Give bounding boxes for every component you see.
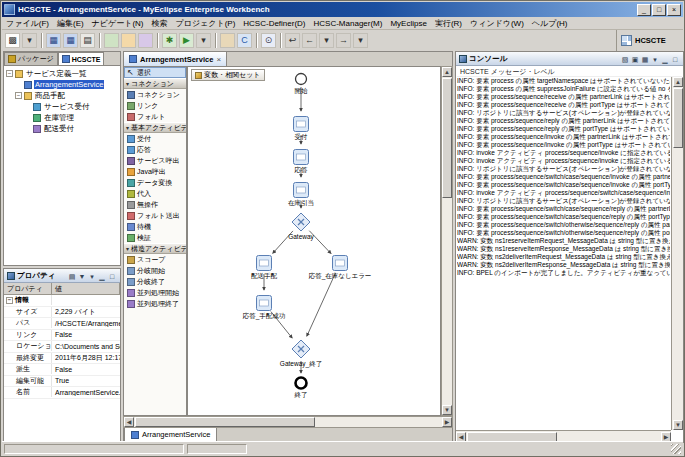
bottom-tab-arrangementservice[interactable]: ArrangementService — [124, 428, 217, 442]
palette-item[interactable]: Java呼出 — [124, 166, 186, 177]
maximize-panel-icon[interactable]: □ — [107, 271, 117, 281]
save-all-icon[interactable]: ▦ — [63, 33, 78, 48]
save-icon[interactable]: ▦ — [46, 33, 61, 48]
editor-horizontal-scrollbar[interactable]: ◀ ▶ — [123, 416, 453, 428]
sort-icon[interactable]: ▤ — [67, 271, 77, 281]
variables-correlation-button[interactable]: 変数・相関セット — [191, 69, 265, 81]
tab-package-explorer[interactable]: パッケージ — [4, 52, 58, 65]
maximize-button[interactable]: □ — [652, 4, 666, 16]
palette-item[interactable]: コネクション — [124, 89, 186, 100]
console-dropdown-icon[interactable]: ▾ — [650, 54, 660, 64]
maximize-panel-icon[interactable]: □ — [670, 54, 680, 64]
back-icon[interactable]: ← — [302, 33, 317, 48]
palette-item[interactable]: データ変換 — [124, 177, 186, 188]
run-icon[interactable]: ▶ — [179, 33, 194, 48]
print-icon[interactable]: ▤ — [80, 33, 95, 48]
palette-item[interactable]: 代入 — [124, 188, 186, 199]
bpel-canvas[interactable]: 変数・相関セット 開始受付応答在庫引当Gateway配送手配応答_在庫なしエラー… — [187, 66, 441, 416]
palette-select-tool[interactable]: ↖選択 — [124, 67, 186, 78]
palette-item[interactable]: 分岐開始 — [124, 265, 186, 276]
flow-connection[interactable] — [307, 273, 336, 336]
close-icon[interactable]: × — [216, 55, 221, 64]
scroll-left-icon[interactable]: ◀ — [124, 417, 134, 427]
filter-icon[interactable]: ▼ — [77, 271, 87, 281]
menu-item[interactable]: ウィンドウ(W) — [466, 18, 528, 29]
tree-item[interactable]: −商品手配 — [4, 90, 120, 101]
palette-item[interactable]: 分岐終了 — [124, 276, 186, 287]
tree-item[interactable]: 在庫管理 — [4, 112, 120, 123]
scrollbar-thumb[interactable] — [135, 417, 315, 427]
property-row[interactable]: サイズ2,229 バイト — [4, 307, 120, 319]
menu-item[interactable]: 実行(R) — [431, 18, 466, 29]
forward-icon[interactable]: → — [336, 33, 351, 48]
palette-section-header[interactable]: ▾コネクション — [124, 78, 186, 89]
palette-item[interactable]: 並列処理開始 — [124, 287, 186, 298]
tab-hcscte[interactable]: HCSCTE — [58, 52, 105, 65]
tree-item[interactable]: 配送受付 — [4, 123, 120, 134]
flow-node-start[interactable]: 開始 — [295, 74, 309, 96]
menu-item[interactable]: HCSC-Manager(M) — [310, 19, 387, 28]
palette-item[interactable]: リンク — [124, 100, 186, 111]
collapse-icon[interactable]: − — [6, 70, 13, 77]
palette-item[interactable]: 無操作 — [124, 199, 186, 210]
console-output[interactable]: INFO: 要素 process の属性 targetNamespace はサポ… — [457, 77, 670, 429]
new-project-icon[interactable] — [220, 33, 235, 48]
hcsc-deploy-icon[interactable] — [121, 33, 136, 48]
menu-item[interactable]: ファイル(F) — [2, 18, 53, 29]
last-edit-location-icon[interactable]: ↩ — [285, 33, 300, 48]
tree-item[interactable]: サービス受付 — [4, 101, 120, 112]
flow-node-end[interactable]: 終了 — [294, 378, 308, 399]
back-dropdown-icon[interactable]: ▾ — [319, 33, 334, 48]
debug-icon[interactable]: ✱ — [162, 33, 177, 48]
menu-item[interactable]: 検索 — [148, 18, 172, 29]
menu-item[interactable]: プロジェクト(P) — [172, 18, 240, 29]
minimize-panel-icon[interactable]: ▁ — [97, 271, 107, 281]
property-row[interactable]: 名前ArrangementService.wsdl — [4, 387, 120, 399]
flow-node-reply[interactable]: 応答 — [294, 150, 309, 175]
hcsc-validate-icon[interactable] — [138, 33, 153, 48]
perspective-hcscte-button[interactable]: HCSCTE — [635, 36, 666, 45]
scroll-down-icon[interactable]: ▼ — [442, 405, 452, 415]
scrollbar-thumb[interactable] — [442, 78, 452, 198]
flow-node-reply-nostock-error[interactable]: 応答_在庫なしエラー — [308, 256, 372, 281]
property-row[interactable]: ロケーションC:\Documents and Set... — [4, 341, 120, 353]
flow-node-allocate[interactable]: 在庫引当 — [288, 183, 314, 208]
menu-item[interactable]: ヘルプ(H) — [528, 18, 572, 29]
start-event-icon[interactable] — [296, 74, 307, 85]
console-tab[interactable]: コンソール — [469, 54, 507, 64]
palette-item[interactable]: 検証 — [124, 232, 186, 243]
palette-item[interactable]: スコープ — [124, 254, 186, 265]
external-tools-dropdown-icon[interactable]: ▾ — [196, 33, 211, 48]
palette-item[interactable]: サービス呼出 — [124, 155, 186, 166]
palette-item[interactable]: 並列処理終了 — [124, 298, 186, 309]
scroll-up-icon[interactable]: ▲ — [673, 77, 683, 87]
new-java-class-icon[interactable]: C — [237, 33, 252, 48]
properties-menu-icon[interactable]: ▾ — [87, 271, 97, 281]
menu-item[interactable]: 編集(E) — [53, 18, 88, 29]
tree-item[interactable]: ArrangementService — [4, 79, 120, 90]
menu-item[interactable]: HCSC-Definer(D) — [239, 19, 309, 28]
console-vertical-scrollbar[interactable]: ▲ ▼ — [671, 77, 683, 430]
collapse-icon[interactable]: − — [6, 297, 13, 304]
tree-item[interactable]: −サービス定義一覧 — [4, 68, 120, 79]
scroll-down-icon[interactable]: ▼ — [673, 420, 683, 430]
scroll-right-icon[interactable]: ▶ — [442, 417, 452, 427]
flow-node-gateway-end[interactable]: Gateway_終了 — [280, 340, 322, 368]
flow-node-receive[interactable]: 受付 — [294, 117, 309, 142]
property-row[interactable]: パス/HCSCTE/Arrangement... — [4, 318, 120, 330]
property-row[interactable]: 最終変更2011年6月28日 12:17:54 — [4, 353, 120, 365]
collapse-icon[interactable]: − — [15, 92, 22, 99]
flow-node-arrange-delivery[interactable]: 配送手配 — [251, 256, 278, 281]
menu-item[interactable]: MyEclipse — [386, 19, 430, 28]
search-icon[interactable]: ⊙ — [261, 33, 276, 48]
property-row[interactable]: リンクFalse — [4, 330, 120, 342]
palette-section-header[interactable]: ▾構造アクティビティ — [124, 243, 186, 254]
scrollbar-thumb[interactable] — [673, 88, 683, 148]
end-event-icon[interactable] — [296, 378, 307, 389]
clear-console-icon[interactable]: ▧ — [620, 54, 630, 64]
resize-grip-icon[interactable] — [671, 444, 681, 454]
new-wizard-icon[interactable]: ▩ — [5, 33, 20, 48]
hcsc-repository-icon[interactable] — [104, 33, 119, 48]
menu-item[interactable]: ナビゲート(N) — [88, 18, 148, 29]
pin-console-icon[interactable]: ▦ — [640, 54, 650, 64]
